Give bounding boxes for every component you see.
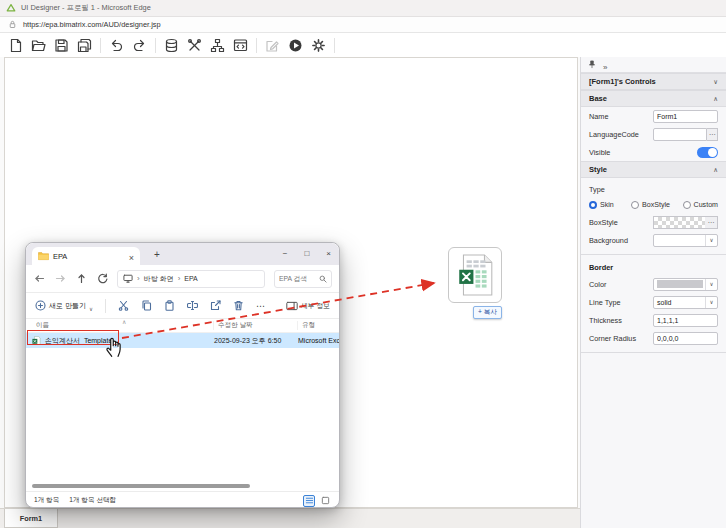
file-list[interactable]: 손익계산서_Template 2025-09-23 오후 6:50 Micros… [26,333,339,481]
view-toggle-group [303,495,331,507]
address-bar[interactable]: https://epa.bimatrix.com/AUD/designer.js… [0,17,726,33]
radio-custom-label: Custom [694,201,718,209]
chevron-down-icon [705,235,717,246]
corner-radius-field[interactable] [653,332,718,345]
linetype-value: solid [657,299,671,306]
name-label: Name [589,112,653,121]
type-label: Type [589,185,718,194]
tools-icon [187,38,202,53]
edit-icon [265,38,280,53]
paste-button[interactable] [164,300,175,311]
new-tab-button[interactable] [150,246,164,262]
copy-drop-badge: + 복사 [473,306,502,319]
details-pane-button[interactable]: 세부 정보 [286,301,330,311]
refresh-icon [97,273,108,284]
panel-collapse-button[interactable] [603,56,607,74]
excel-drop-target[interactable] [448,247,502,303]
refresh-button[interactable] [96,271,109,287]
more-button[interactable] [256,301,266,311]
breadcrumb-desktop[interactable]: 바탕 화면 [144,274,174,284]
toolbar-separator [256,38,257,53]
delete-button[interactable] [233,300,244,311]
toolbar-separator [334,38,335,53]
designer-toolbar [0,33,726,57]
breadcrumb[interactable]: 바탕 화면 EPA [117,270,265,288]
minimize-button[interactable] [283,250,288,258]
database-button[interactable] [160,35,183,55]
explorer-tab[interactable]: EPA [32,247,140,265]
save-button[interactable] [50,35,73,55]
column-header-date[interactable]: 수정한 날짜 [214,321,298,330]
pin-icon[interactable] [588,60,596,69]
radio-skin[interactable]: Skin [589,201,631,209]
radio-boxstyle[interactable]: BoxStyle [631,201,683,209]
paste-icon [164,300,175,311]
share-icon [210,300,221,311]
boxstyle-swatch[interactable] [653,216,705,229]
settings-button[interactable] [307,35,330,55]
rename-button[interactable] [187,300,198,311]
background-row: Background [581,231,726,249]
app-logo-icon [6,3,16,13]
languagecode-field[interactable] [653,128,707,141]
file-explorer-window[interactable]: EPA [25,242,340,508]
new-file-button[interactable] [4,35,27,55]
design-canvas[interactable]: + 복사 EPA [4,57,578,508]
color-swatch [657,280,703,288]
languagecode-more-button[interactable] [707,128,718,141]
scrollbar-thumb[interactable] [32,484,250,488]
radio-selected-icon [589,201,597,209]
undo-button[interactable] [105,35,128,55]
tools-button[interactable] [183,35,206,55]
breadcrumb-epa[interactable]: EPA [184,275,198,282]
excel-file-icon [457,254,493,296]
back-arrow-icon [34,273,45,284]
back-button[interactable] [33,271,46,287]
code-window-button[interactable] [229,35,252,55]
search-input[interactable] [279,275,317,282]
radio-custom[interactable]: Custom [683,201,718,209]
name-field[interactable] [653,110,718,123]
new-item-button[interactable]: 새로 만들기 [35,297,93,315]
linetype-dropdown[interactable]: solid [653,296,718,309]
tab-close-icon[interactable] [129,247,134,265]
column-header-type[interactable]: 유형 [298,321,329,330]
chevron-down-icon [89,297,93,315]
ellipsis-icon [709,130,716,139]
section-base-header[interactable]: Base [581,90,726,107]
thickness-row: Thickness [581,311,726,329]
section-style-header[interactable]: Style [581,161,726,178]
copy-button[interactable] [141,300,152,311]
maximize-button[interactable] [304,250,309,258]
redo-icon [132,38,147,53]
chevron-down-icon [705,297,717,308]
window-title: UI Designer - 프로필 1 - Microsoft Edge [21,3,151,13]
sitemap-button[interactable] [206,35,229,55]
open-folder-icon [31,38,46,53]
view-list-button[interactable] [303,495,315,507]
background-dropdown[interactable] [653,234,718,247]
visible-toggle[interactable] [697,147,718,158]
form1-tab[interactable]: Form1 [4,509,58,528]
color-dropdown[interactable] [653,278,718,291]
open-button[interactable] [27,35,50,55]
forward-button[interactable] [54,271,67,287]
thickness-label: Thickness [589,316,653,325]
controls-header[interactable]: [Form1]'s Controls [581,73,726,90]
copy-icon [141,300,152,311]
gear-icon [311,38,326,53]
view-icons-button[interactable] [319,495,331,507]
close-button[interactable] [326,250,331,258]
run-button[interactable] [284,35,307,55]
save-all-button[interactable] [73,35,96,55]
share-button[interactable] [210,300,221,311]
redo-button[interactable] [128,35,151,55]
radio-skin-label: Skin [600,201,614,209]
boxstyle-more-button[interactable] [705,216,718,229]
edit-button[interactable] [261,35,284,55]
up-button[interactable] [75,271,88,287]
details-pane-icon [286,301,298,311]
thickness-field[interactable] [653,314,718,327]
chevron-down-icon [713,77,718,86]
cut-button[interactable] [118,300,129,311]
